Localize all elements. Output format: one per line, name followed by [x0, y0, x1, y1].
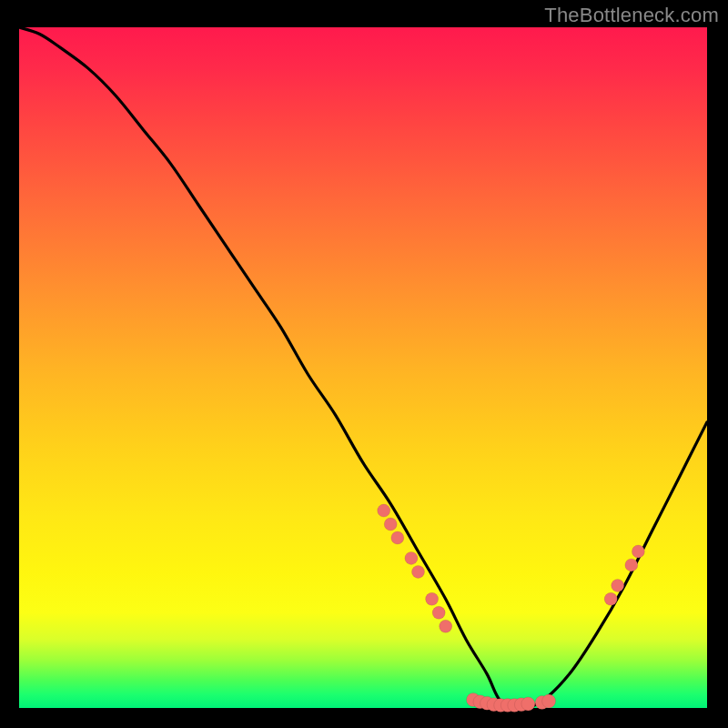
- highlight-dot: [384, 518, 397, 531]
- attribution-label: TheBottleneck.com: [544, 4, 719, 27]
- highlight-dot: [604, 592, 617, 605]
- highlight-dot: [405, 551, 418, 564]
- highlight-dot: [391, 531, 404, 544]
- highlight-dot: [426, 592, 439, 605]
- chart-stage: TheBottleneck.com: [0, 0, 728, 728]
- highlight-dot: [521, 697, 535, 711]
- highlight-dot: [432, 606, 445, 619]
- highlight-dots: [378, 504, 645, 712]
- highlight-dot: [412, 565, 425, 578]
- highlight-dot: [625, 559, 638, 571]
- highlight-dot: [612, 579, 624, 592]
- plot-frame: [19, 27, 707, 708]
- bottleneck-curve: [19, 27, 707, 708]
- curve-layer: [19, 27, 707, 708]
- highlight-dot: [632, 545, 644, 558]
- highlight-dot: [542, 694, 556, 708]
- highlight-dot: [440, 620, 452, 632]
- highlight-dot: [378, 504, 390, 517]
